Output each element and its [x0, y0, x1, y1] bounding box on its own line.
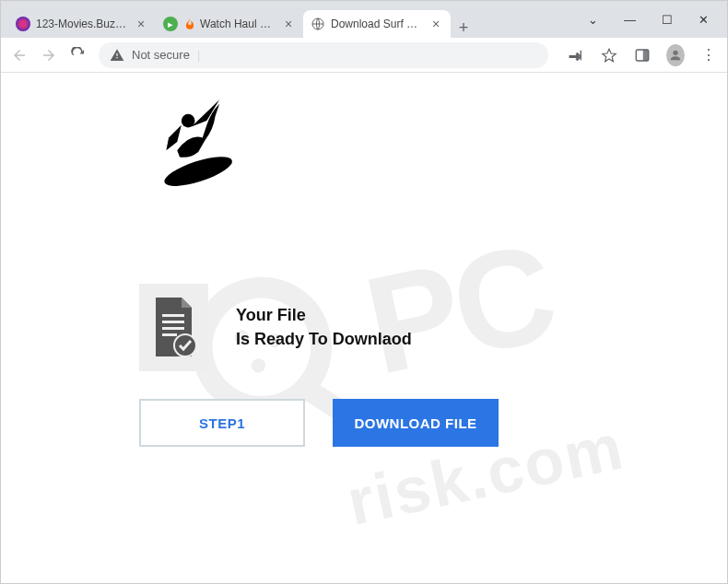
download-file-button[interactable]: DOWNLOAD FILE — [333, 399, 499, 447]
svg-rect-13 — [162, 327, 184, 330]
file-ready-text: Your File Is Ready To Downlaod — [236, 304, 412, 350]
chevron-down-icon[interactable]: ⌄ — [588, 13, 598, 27]
share-icon[interactable] — [567, 47, 585, 64]
window-controls: ⌄ — ☐ ✕ — [560, 1, 727, 38]
svg-rect-12 — [162, 321, 184, 323]
browser-toolbar: Not secure | ⋮ — [1, 38, 727, 73]
new-tab-button[interactable]: + — [451, 11, 476, 38]
tab-title: Download Surf Start — [331, 18, 425, 30]
close-tab-icon[interactable]: × — [281, 17, 296, 31]
play-icon: ▸ — [163, 17, 178, 31]
page-content: Your File Is Ready To Downlaod STEP1 DOW… — [1, 73, 727, 447]
svg-rect-14 — [162, 333, 177, 336]
security-status: Not secure — [132, 48, 190, 62]
flame-icon — [183, 17, 196, 31]
menu-dots-icon[interactable]: ⋮ — [699, 46, 718, 64]
title-bar: 123-Movies.Buzz & 1 × ▸ Watch Haul Out t… — [1, 1, 727, 38]
reload-button[interactable] — [69, 47, 88, 64]
minimize-button[interactable]: — — [624, 13, 636, 27]
bookmark-star-icon[interactable] — [600, 47, 618, 64]
tab-strip: 123-Movies.Buzz & 1 × ▸ Watch Haul Out t… — [1, 1, 560, 38]
forward-button — [40, 47, 58, 64]
close-tab-icon[interactable]: × — [134, 17, 148, 31]
globe-icon — [311, 17, 325, 31]
surfer-logo-icon — [139, 91, 241, 193]
page-viewport: PC risk.com — [1, 73, 727, 584]
action-buttons: STEP1 DOWNLOAD FILE — [139, 399, 727, 447]
tab-title: Watch Haul Out th — [200, 18, 277, 30]
svg-rect-11 — [162, 314, 184, 317]
warning-icon — [110, 48, 124, 63]
svg-point-9 — [161, 151, 235, 193]
file-line-1: Your File — [236, 304, 412, 327]
address-bar[interactable]: Not secure | — [99, 42, 548, 68]
close-window-button[interactable]: ✕ — [699, 13, 709, 27]
tab-title: 123-Movies.Buzz & 1 — [36, 18, 130, 30]
maximize-button[interactable]: ☐ — [662, 13, 673, 27]
file-ready-row: Your File Is Ready To Downlaod — [139, 284, 727, 371]
step1-button[interactable]: STEP1 — [139, 399, 305, 447]
browser-tab-3[interactable]: Download Surf Start × — [303, 10, 451, 38]
close-tab-icon[interactable]: × — [429, 17, 443, 31]
browser-tab-1[interactable]: 123-Movies.Buzz & 1 × — [8, 10, 156, 38]
side-panel-icon[interactable] — [633, 47, 652, 64]
document-check-icon — [139, 284, 208, 371]
file-line-2: Is Ready To Downlaod — [236, 328, 412, 351]
browser-tab-2[interactable]: ▸ Watch Haul Out th × — [156, 10, 303, 38]
toolbar-actions: ⋮ — [559, 44, 718, 66]
svg-rect-2 — [643, 50, 649, 61]
profile-avatar[interactable] — [666, 44, 685, 66]
back-button[interactable] — [10, 47, 29, 64]
favicon-icon — [16, 17, 30, 31]
svg-point-3 — [673, 50, 677, 54]
